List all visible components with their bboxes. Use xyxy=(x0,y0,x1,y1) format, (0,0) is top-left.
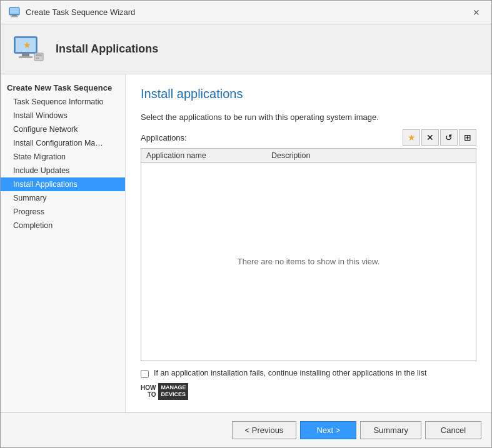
sidebar-item-summary[interactable]: Summary xyxy=(1,191,125,205)
sidebar: Create New Task Sequence Task Sequence I… xyxy=(1,74,126,412)
window-title: Create Task Sequence Wizard xyxy=(26,7,135,17)
svg-rect-2 xyxy=(11,16,18,17)
app-list-empty-message: There are no items to show in this view. xyxy=(141,163,476,361)
continue-on-failure-row: If an application installation fails, co… xyxy=(141,369,476,378)
close-button[interactable]: ✕ xyxy=(469,6,484,19)
watermark-devices: DEVICES xyxy=(161,391,186,399)
previous-button[interactable]: < Previous xyxy=(232,421,297,439)
move-down-button[interactable]: ⊞ xyxy=(459,129,476,146)
header-icon-area: ★ xyxy=(11,32,46,67)
title-bar: Create Task Sequence Wizard ✕ xyxy=(1,1,491,24)
svg-rect-7 xyxy=(19,56,33,58)
sidebar-item-include-updates[interactable]: Include Updates xyxy=(1,164,125,177)
title-bar-left: Create Task Sequence Wizard xyxy=(8,6,135,19)
window-icon xyxy=(8,6,21,19)
header-banner: ★ Install Applications xyxy=(1,24,491,74)
content-description: Select the applications to be run with t… xyxy=(141,112,476,122)
sidebar-item-state-migration[interactable]: State Migration xyxy=(1,150,125,164)
watermark-how: HOW xyxy=(141,384,156,391)
applications-label: Applications: xyxy=(141,133,187,142)
svg-rect-6 xyxy=(22,53,29,56)
sidebar-item-configure-network[interactable]: Configure Network xyxy=(1,122,125,136)
sidebar-item-install-windows[interactable]: Install Windows xyxy=(1,109,125,122)
watermark: HOW TO MANAGE DEVICES xyxy=(141,378,476,400)
cancel-button[interactable]: Cancel xyxy=(425,421,481,439)
content-area: Install applications Select the applicat… xyxy=(126,74,491,412)
svg-rect-11 xyxy=(36,57,39,59)
svg-rect-10 xyxy=(36,54,42,56)
wizard-window: Create Task Sequence Wizard ✕ ★ Install … xyxy=(0,0,492,448)
svg-rect-9 xyxy=(34,53,43,61)
sidebar-item-task-sequence-info[interactable]: Task Sequence Informatio xyxy=(1,95,125,109)
app-list-header: Application name Description xyxy=(141,149,476,163)
next-button[interactable]: Next > xyxy=(300,421,356,439)
header-install-icon: ★ xyxy=(11,32,46,67)
col-description: Description xyxy=(271,151,471,160)
main-area: Create New Task Sequence Task Sequence I… xyxy=(1,74,491,412)
summary-button[interactable]: Summary xyxy=(360,421,421,439)
move-up-button[interactable]: ↺ xyxy=(440,129,458,146)
content-title: Install applications xyxy=(141,87,476,101)
continue-on-failure-label: If an application installation fails, co… xyxy=(154,369,426,377)
sidebar-item-completion[interactable]: Completion xyxy=(1,219,125,232)
header-title: Install Applications xyxy=(56,42,158,56)
sidebar-item-install-config-mgr[interactable]: Install Configuration Ma… xyxy=(1,136,125,150)
watermark-to: TO xyxy=(148,391,156,398)
col-app-name: Application name xyxy=(146,151,271,160)
svg-text:★: ★ xyxy=(23,40,31,50)
svg-rect-1 xyxy=(12,15,17,16)
toolbar-buttons: ★ ✕ ↺ ⊞ xyxy=(403,129,476,146)
remove-application-button[interactable]: ✕ xyxy=(421,129,439,146)
footer: < Previous Next > Summary Cancel xyxy=(1,412,491,447)
watermark-manage: MANAGE xyxy=(161,384,186,392)
sidebar-item-progress[interactable]: Progress xyxy=(1,205,125,219)
sidebar-item-install-applications[interactable]: Install Applications xyxy=(1,177,125,191)
application-list: Application name Description There are n… xyxy=(141,148,476,361)
sidebar-section-title: Create New Task Sequence xyxy=(1,81,125,95)
add-application-button[interactable]: ★ xyxy=(403,129,420,146)
applications-toolbar: Applications: ★ ✕ ↺ ⊞ xyxy=(141,129,476,146)
svg-rect-3 xyxy=(10,8,19,14)
continue-on-failure-checkbox[interactable] xyxy=(141,370,149,378)
